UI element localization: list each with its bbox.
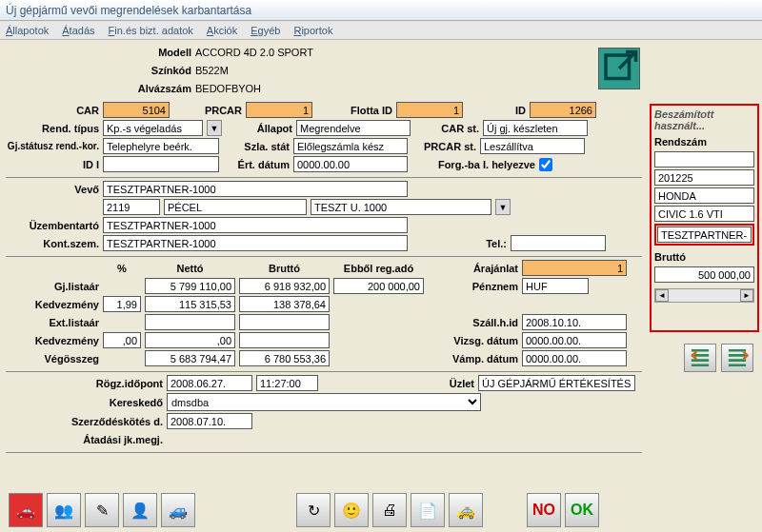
gjlistaar-brutto[interactable] (239, 278, 330, 294)
indent-right-icon[interactable] (721, 344, 753, 372)
person-swap-icon[interactable]: 👥 (47, 493, 81, 527)
varos-field[interactable] (164, 199, 307, 215)
ok-button[interactable]: OK (565, 493, 599, 527)
kedv1-brutto[interactable] (239, 296, 330, 312)
extlistaar-brutto[interactable] (239, 314, 330, 330)
vegosszeg-brutto[interactable] (239, 350, 330, 366)
kedv2-netto[interactable] (145, 332, 235, 348)
rp-field-2[interactable] (654, 187, 754, 204)
szerz-field[interactable] (167, 413, 252, 429)
kedv1-netto[interactable] (145, 296, 235, 312)
prcar-field[interactable] (246, 102, 312, 118)
help-person-icon[interactable]: 🙂 (334, 493, 369, 527)
gjlistaar-netto[interactable] (145, 278, 235, 294)
vizsg-field[interactable] (522, 332, 627, 348)
kedv2-label: Kedvezmény (6, 335, 99, 346)
doc-check-icon[interactable]: 📄 (411, 493, 445, 527)
vevo-field[interactable] (103, 181, 408, 197)
allapot-label: Állapot (226, 123, 292, 134)
extlistaar-netto[interactable] (145, 314, 235, 330)
carst-field[interactable] (483, 120, 588, 136)
gjlistaar-label: Gj.listaár (6, 281, 99, 292)
popout-icon[interactable] (598, 48, 640, 89)
kedv1-label: Kedvezmény (6, 299, 99, 310)
prcarst-label: PRCAR st. (411, 141, 476, 152)
rp-field-4[interactable] (657, 227, 752, 243)
szallhid-field[interactable] (522, 314, 627, 330)
main-form: ModellACCORD 4D 2.0 SPORT SzínkódB522M A… (0, 40, 648, 532)
atadas-label: Átadási jk.megj. (6, 434, 163, 445)
allapot-field[interactable] (296, 120, 411, 136)
idi-field[interactable] (103, 156, 219, 172)
kedv1-pct[interactable] (103, 296, 141, 312)
rendszam-field[interactable] (654, 151, 754, 167)
vamp-field[interactable] (522, 350, 627, 366)
vegosszeg-netto[interactable] (145, 350, 235, 366)
rp-scrollbar[interactable]: ◄► (654, 288, 754, 303)
rendtipus-dropdown-icon[interactable]: ▼ (207, 120, 222, 136)
ertdatum-field[interactable] (293, 156, 408, 172)
scroll-left-icon[interactable]: ◄ (655, 289, 669, 302)
refresh-icon[interactable]: ↻ (296, 493, 331, 527)
rp-brutto-field[interactable] (654, 266, 754, 283)
tel-field[interactable] (511, 235, 606, 251)
modell-label: Modell (6, 47, 191, 58)
car-akcio-icon[interactable]: 🚙 (161, 493, 195, 527)
scroll-right-icon[interactable]: ► (740, 289, 753, 302)
rendtipus-label: Rend. típus (6, 123, 99, 134)
svg-rect-0 (606, 55, 630, 79)
rp-brutto-label: Bruttó (654, 251, 754, 263)
menu-atadas[interactable]: Átadás (62, 25, 94, 36)
uzlet-field[interactable] (478, 375, 635, 391)
menu-fin[interactable]: Fin.és bizt. adatok (109, 25, 193, 36)
irsz-field[interactable] (103, 199, 160, 215)
car-red-icon[interactable]: 🚗 (9, 493, 43, 527)
rogz-time[interactable] (256, 375, 318, 391)
penznem-label: Pénznem (428, 281, 518, 292)
netto-header: Nettó (145, 263, 235, 274)
id-label: ID (467, 105, 526, 116)
gjlistaar-ebbol[interactable] (333, 278, 424, 294)
uzlet-label: Üzlet (322, 378, 474, 389)
prcarst-field[interactable] (480, 138, 585, 154)
menu-allapotok[interactable]: Állapotok (6, 25, 49, 36)
car-label: CAR (6, 105, 99, 116)
szlastat-field[interactable] (293, 138, 408, 154)
address-dropdown-icon[interactable]: ▼ (495, 199, 511, 215)
rp-field-3[interactable] (654, 206, 754, 222)
kontszem-field[interactable] (103, 235, 408, 251)
printer-icon[interactable]: 🖨 (372, 493, 407, 527)
rp-field-1[interactable] (654, 169, 754, 186)
menu-akciok[interactable]: Akciók (207, 25, 237, 36)
rendtipus-field[interactable] (103, 120, 203, 136)
penznem-field[interactable] (522, 278, 589, 294)
kontszem-label: Kont.szem. (6, 238, 99, 249)
forg-checkbox[interactable] (539, 158, 552, 171)
arajanlat-label: Árajánlat (428, 263, 518, 274)
indent-left-icon[interactable] (684, 344, 716, 372)
gjstatus-field[interactable] (103, 138, 219, 154)
menu-riportok[interactable]: Riportok (293, 25, 332, 36)
window-title: Új gépjármű vevői megrendelések karbanta… (6, 4, 251, 17)
id-field[interactable] (530, 102, 596, 118)
edit-icon[interactable]: ✎ (85, 493, 119, 527)
kedv2-brutto[interactable] (239, 332, 330, 348)
rogz-date[interactable] (167, 375, 252, 391)
car-field[interactable] (103, 102, 170, 118)
ebbol-header: Ebből reg.adó (333, 263, 424, 274)
szinkod-label: Színkód (6, 65, 191, 76)
bottom-toolbar: 🚗 👥 ✎ 👤 🚙 ↻ 🙂 🖨 📄 🚕 NO OK (6, 490, 642, 530)
no-button[interactable]: NO (527, 493, 561, 527)
person-icon[interactable]: 👤 (123, 493, 157, 527)
uzembentarto-field[interactable] (103, 217, 408, 233)
utca-field[interactable] (311, 199, 491, 215)
extra-icon[interactable]: 🚕 (449, 493, 483, 527)
keresk-select[interactable]: dmsdba (167, 393, 481, 411)
kedv2-pct[interactable] (103, 332, 141, 348)
flotta-field[interactable] (396, 102, 463, 118)
rendszam-label: Rendszám (654, 136, 754, 148)
arajanlat-field[interactable] (522, 260, 627, 276)
szlastat-label: Szla. stát (223, 141, 290, 152)
menubar: Állapotok Átadás Fin.és bizt. adatok Akc… (0, 21, 762, 40)
menu-egyeb[interactable]: Egyéb (251, 25, 280, 36)
